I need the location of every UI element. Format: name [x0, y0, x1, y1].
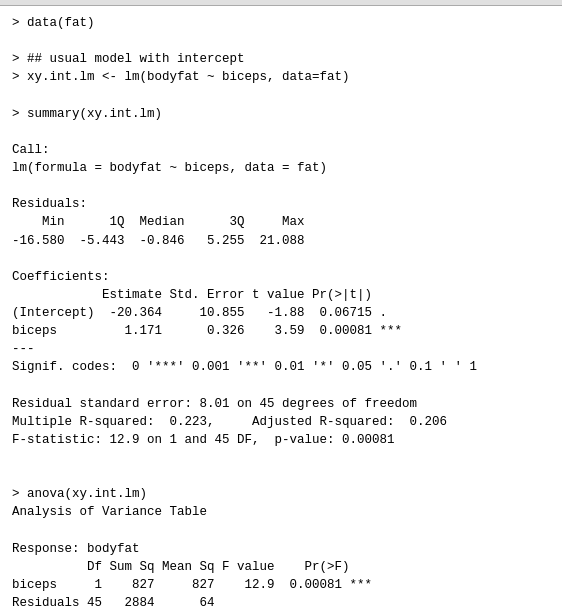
console-output: > data(fat) > ## usual model with interc…: [0, 6, 562, 615]
console-line: Min 1Q Median 3Q Max: [12, 213, 550, 231]
console-line: [12, 449, 550, 467]
console-line: Signif. codes: 0 '***' 0.001 '**' 0.01 '…: [12, 358, 550, 376]
console-line: [12, 87, 550, 105]
console-line: Analysis of Variance Table: [12, 503, 550, 521]
console-line: biceps 1 827 827 12.9 0.00081 ***: [12, 576, 550, 594]
console-line: > ## usual model with intercept: [12, 50, 550, 68]
console-line: biceps 1.171 0.326 3.59 0.00081 ***: [12, 322, 550, 340]
console-line: Call:: [12, 141, 550, 159]
console-line: Residuals:: [12, 195, 550, 213]
console-line: [12, 123, 550, 141]
console-line: Residual standard error: 8.01 on 45 degr…: [12, 395, 550, 413]
console-line: -16.580 -5.443 -0.846 5.255 21.088: [12, 232, 550, 250]
console-line: F-statistic: 12.9 on 1 and 45 DF, p-valu…: [12, 431, 550, 449]
console-line: ---: [12, 340, 550, 358]
console-line: [12, 522, 550, 540]
console-line: Estimate Std. Error t value Pr(>|t|): [12, 286, 550, 304]
console-line: > data(fat): [12, 14, 550, 32]
console-line: > summary(xy.int.lm): [12, 105, 550, 123]
console-line: (Intercept) -20.364 10.855 -1.88 0.06715…: [12, 304, 550, 322]
console-line: [12, 250, 550, 268]
console-line: [12, 467, 550, 485]
console-line: Df Sum Sq Mean Sq F value Pr(>F): [12, 558, 550, 576]
console-line: > anova(xy.int.lm): [12, 485, 550, 503]
console-line: Residuals 45 2884 64: [12, 594, 550, 612]
console-line: Response: bodyfat: [12, 540, 550, 558]
console-line: Coefficients:: [12, 268, 550, 286]
console-line: [12, 32, 550, 50]
console-line: Multiple R-squared: 0.223, Adjusted R-sq…: [12, 413, 550, 431]
console-line: [12, 177, 550, 195]
console-line: [12, 377, 550, 395]
console-line: lm(formula = bodyfat ~ biceps, data = fa…: [12, 159, 550, 177]
console-line: > xy.int.lm <- lm(bodyfat ~ biceps, data…: [12, 68, 550, 86]
